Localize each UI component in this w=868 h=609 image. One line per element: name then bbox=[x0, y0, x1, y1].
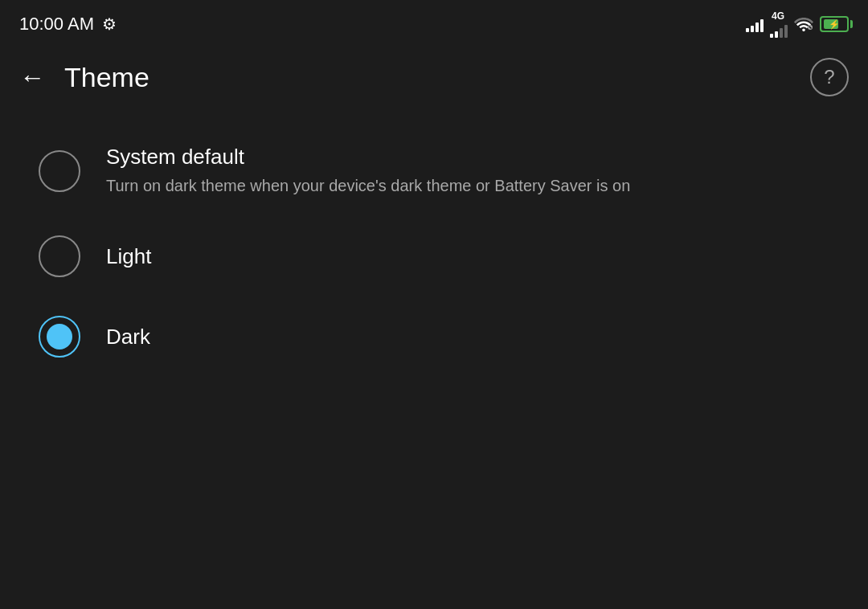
option-light-label: Light bbox=[106, 244, 151, 269]
page-title: Theme bbox=[64, 62, 810, 93]
option-light[interactable]: Light bbox=[0, 216, 868, 296]
back-button[interactable]: ← bbox=[19, 64, 45, 90]
option-system-default-labels: System default Turn on dark theme when y… bbox=[106, 145, 630, 197]
label-4g: 4G bbox=[772, 10, 784, 22]
wifi-icon bbox=[794, 17, 813, 31]
option-system-default[interactable]: System default Turn on dark theme when y… bbox=[0, 125, 868, 216]
status-time: 10:00 AM bbox=[19, 14, 94, 35]
signal-4g-group: 4G bbox=[770, 10, 788, 38]
theme-options: System default Turn on dark theme when y… bbox=[0, 109, 868, 393]
status-bar-left: 10:00 AM ⚙ bbox=[19, 14, 117, 35]
signal-icon-2 bbox=[770, 22, 788, 38]
option-system-default-description: Turn on dark theme when your device's da… bbox=[106, 174, 630, 197]
help-button[interactable]: ? bbox=[810, 58, 849, 96]
radio-dark[interactable] bbox=[39, 316, 80, 358]
option-dark-label: Dark bbox=[106, 325, 150, 349]
option-dark-labels: Dark bbox=[106, 325, 150, 349]
help-icon: ? bbox=[824, 66, 834, 88]
radio-system-default[interactable] bbox=[39, 150, 80, 192]
signal-icon-1 bbox=[746, 16, 764, 32]
gear-icon: ⚙ bbox=[102, 14, 117, 34]
option-dark[interactable]: Dark bbox=[0, 296, 868, 377]
header: ← Theme ? bbox=[0, 45, 868, 109]
battery-icon: ⚡ bbox=[820, 16, 849, 32]
status-bar: 10:00 AM ⚙ 4G bbox=[0, 0, 868, 45]
radio-light[interactable] bbox=[39, 235, 80, 277]
status-bar-right: 4G ⚡ bbox=[746, 10, 849, 38]
option-system-default-label: System default bbox=[106, 145, 630, 170]
option-light-labels: Light bbox=[106, 244, 151, 269]
